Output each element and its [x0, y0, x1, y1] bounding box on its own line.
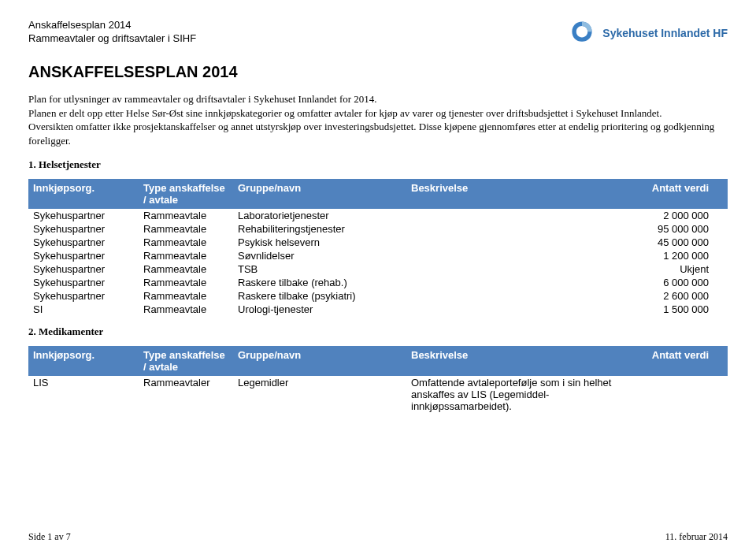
header-text: Anskaffelsesplan 2014 Rammeavtaler og dr… — [28, 19, 196, 46]
table-row: SykehuspartnerRammeavtalePsykisk helseve… — [28, 236, 728, 249]
intro-p1: Plan for utlysninger av rammeavtaler og … — [28, 92, 721, 106]
col-header-type-l2: / avtale — [143, 361, 178, 373]
logo-text: Sykehuset Innlandet HF — [602, 27, 728, 39]
table-row: SykehuspartnerRammeavtaleSøvnlidelser1 2… — [28, 249, 728, 262]
page-title: ANSKAFFELSESPLAN 2014 — [28, 63, 728, 81]
footer-page-number: Side 1 av 7 — [28, 531, 71, 543]
table-body: LISRammeavtalerLegemidlerOmfattende avta… — [28, 376, 728, 413]
cell-org: Sykehuspartner — [28, 209, 139, 222]
cell-group: Raskere tilbake (psykiatri) — [233, 289, 406, 303]
cell-val: 1 200 000 — [627, 249, 713, 262]
cell-group: Rehabiliteringstjenester — [233, 222, 406, 236]
cell-desc — [406, 262, 627, 276]
cell-group: Psykisk helsevern — [233, 236, 406, 249]
cell-desc: Omfattende avtaleportefølje som i sin he… — [406, 376, 627, 413]
col-header-type: Type anskaffelse / avtale — [139, 346, 233, 376]
hospital-logo-icon — [568, 19, 596, 47]
cell-desc — [406, 236, 627, 249]
cell-type: Rammeavtale — [139, 276, 233, 289]
cell-group: TSB — [233, 262, 406, 276]
cell-val: 2 000 000 — [627, 209, 713, 222]
table-header: Innkjøpsorg. Type anskaffelse / avtale G… — [28, 346, 728, 376]
table-row: SIRammeavtaleUrologi-tjenester1 500 000 — [28, 303, 728, 316]
page-header: Anskaffelsesplan 2014 Rammeavtaler og dr… — [28, 19, 728, 47]
cell-org: Sykehuspartner — [28, 222, 139, 236]
table-header: Innkjøpsorg. Type anskaffelse / avtale G… — [28, 179, 728, 209]
cell-org: Sykehuspartner — [28, 262, 139, 276]
cell-val — [627, 376, 713, 413]
cell-desc — [406, 276, 627, 289]
cell-type: Rammeavtale — [139, 303, 233, 316]
intro-paragraphs: Plan for utlysninger av rammeavtaler og … — [28, 92, 721, 147]
cell-type: Rammeavtale — [139, 289, 233, 303]
cell-type: Rammeavtaler — [139, 376, 233, 413]
table-row: LISRammeavtalerLegemidlerOmfattende avta… — [28, 376, 728, 413]
cell-org: Sykehuspartner — [28, 249, 139, 262]
cell-org: Sykehuspartner — [28, 236, 139, 249]
cell-org: LIS — [28, 376, 139, 413]
cell-val: 95 000 000 — [627, 222, 713, 236]
table-row: SykehuspartnerRammeavtaleRaskere tilbake… — [28, 276, 728, 289]
cell-val: 1 500 000 — [627, 303, 713, 316]
cell-desc — [406, 222, 627, 236]
cell-val: 6 000 000 — [627, 276, 713, 289]
table-row: SykehuspartnerRammeavtaleTSBUkjent — [28, 262, 728, 276]
col-header-org: Innkjøpsorg. — [28, 346, 139, 376]
col-header-type-l1: Type anskaffelse — [143, 182, 225, 194]
cell-group: Raskere tilbake (rehab.) — [233, 276, 406, 289]
cell-org: SI — [28, 303, 139, 316]
col-header-group: Gruppe/navn — [233, 346, 406, 376]
header-line-1: Anskaffelsesplan 2014 — [28, 19, 196, 32]
col-header-val: Antatt verdi — [627, 179, 713, 209]
cell-group: Søvnlidelser — [233, 249, 406, 262]
section-1-table: Innkjøpsorg. Type anskaffelse / avtale G… — [28, 179, 728, 316]
cell-val: 45 000 000 — [627, 236, 713, 249]
cell-desc — [406, 209, 627, 222]
section-1-heading: 1. Helsetjenester — [28, 158, 728, 171]
col-header-type-l1: Type anskaffelse — [143, 349, 225, 361]
cell-type: Rammeavtale — [139, 209, 233, 222]
table-body: SykehuspartnerRammeavtaleLaboratorietjen… — [28, 209, 728, 316]
cell-type: Rammeavtale — [139, 262, 233, 276]
table-row: SykehuspartnerRammeavtaleRaskere tilbake… — [28, 289, 728, 303]
cell-org: Sykehuspartner — [28, 276, 139, 289]
col-header-desc: Beskrivelse — [406, 346, 627, 376]
page-footer: Side 1 av 7 11. februar 2014 — [28, 531, 728, 543]
cell-group: Urologi-tjenester — [233, 303, 406, 316]
intro-p2: Planen er delt opp etter Helse Sør-Øst s… — [28, 106, 721, 121]
table-row: SykehuspartnerRammeavtaleLaboratorietjen… — [28, 209, 728, 222]
cell-val: 2 600 000 — [627, 289, 713, 303]
cell-type: Rammeavtale — [139, 236, 233, 249]
header-line-2: Rammeavtaler og driftsavtaler i SIHF — [28, 32, 196, 46]
col-header-group: Gruppe/navn — [233, 179, 406, 209]
cell-desc — [406, 289, 627, 303]
cell-type: Rammeavtale — [139, 222, 233, 236]
cell-val: Ukjent — [627, 262, 713, 276]
intro-p3: Oversikten omfatter ikke prosjektanskaff… — [28, 120, 721, 147]
cell-group: Laboratorietjenester — [233, 209, 406, 222]
logo: Sykehuset Innlandet HF — [568, 19, 728, 47]
col-header-desc: Beskrivelse — [406, 179, 627, 209]
col-header-type: Type anskaffelse / avtale — [139, 179, 233, 209]
footer-date: 11. februar 2014 — [665, 531, 728, 543]
cell-desc — [406, 303, 627, 316]
col-header-org: Innkjøpsorg. — [28, 179, 139, 209]
table-row: SykehuspartnerRammeavtaleRehabiliterings… — [28, 222, 728, 236]
col-header-val: Antatt verdi — [627, 346, 713, 376]
section-2-table: Innkjøpsorg. Type anskaffelse / avtale G… — [28, 346, 728, 413]
cell-type: Rammeavtale — [139, 249, 233, 262]
cell-group: Legemidler — [233, 376, 406, 413]
cell-org: Sykehuspartner — [28, 289, 139, 303]
col-header-type-l2: / avtale — [143, 194, 178, 206]
cell-desc — [406, 249, 627, 262]
section-2-heading: 2. Medikamenter — [28, 325, 728, 338]
